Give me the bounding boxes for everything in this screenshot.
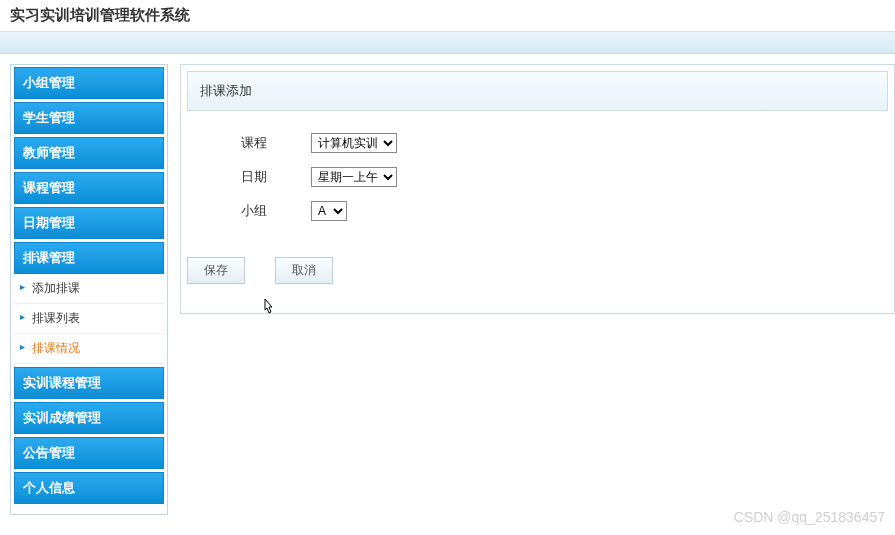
select-course[interactable]: 计算机实训 bbox=[311, 133, 397, 153]
subitem-schedule-list[interactable]: 排课列表 bbox=[14, 304, 164, 334]
subitem-add-schedule[interactable]: 添加排课 bbox=[14, 274, 164, 304]
form-area: 课程 计算机实训 日期 星期一上午 小组 A bbox=[181, 117, 894, 251]
cancel-button[interactable]: 取消 bbox=[275, 257, 333, 284]
header-band bbox=[0, 32, 895, 54]
label-date: 日期 bbox=[241, 168, 311, 186]
label-group: 小组 bbox=[241, 202, 311, 220]
app-title: 实习实训培训管理软件系统 bbox=[0, 0, 895, 32]
sidebar-item-profile[interactable]: 个人信息 bbox=[14, 472, 164, 504]
button-row: 保存 取消 bbox=[187, 251, 894, 290]
main-panel: 排课添加 课程 计算机实训 日期 星期一上午 小组 A bbox=[180, 64, 895, 314]
sidebar-item-teacher-mgmt[interactable]: 教师管理 bbox=[14, 137, 164, 169]
sidebar-item-student-mgmt[interactable]: 学生管理 bbox=[14, 102, 164, 134]
sidebar: 小组管理 学生管理 教师管理 课程管理 日期管理 排课管理 添加排课 排课列表 … bbox=[10, 64, 168, 515]
save-button[interactable]: 保存 bbox=[187, 257, 245, 284]
sidebar-item-notice-mgmt[interactable]: 公告管理 bbox=[14, 437, 164, 469]
select-group[interactable]: A bbox=[311, 201, 347, 221]
sidebar-item-train-score-mgmt[interactable]: 实训成绩管理 bbox=[14, 402, 164, 434]
sidebar-item-schedule-mgmt[interactable]: 排课管理 bbox=[14, 242, 164, 274]
sidebar-item-date-mgmt[interactable]: 日期管理 bbox=[14, 207, 164, 239]
subitem-schedule-status[interactable]: 排课情况 bbox=[14, 334, 164, 364]
select-date[interactable]: 星期一上午 bbox=[311, 167, 397, 187]
row-course: 课程 计算机实训 bbox=[241, 133, 834, 153]
row-group: 小组 A bbox=[241, 201, 834, 221]
watermark: CSDN @qq_251836457 bbox=[734, 509, 885, 525]
sidebar-item-train-course-mgmt[interactable]: 实训课程管理 bbox=[14, 367, 164, 399]
label-course: 课程 bbox=[241, 134, 311, 152]
row-date: 日期 星期一上午 bbox=[241, 167, 834, 187]
sidebar-item-group-mgmt[interactable]: 小组管理 bbox=[14, 67, 164, 99]
main-layout: 小组管理 学生管理 教师管理 课程管理 日期管理 排课管理 添加排课 排课列表 … bbox=[0, 64, 895, 515]
sidebar-item-course-mgmt[interactable]: 课程管理 bbox=[14, 172, 164, 204]
panel-title: 排课添加 bbox=[187, 71, 888, 111]
